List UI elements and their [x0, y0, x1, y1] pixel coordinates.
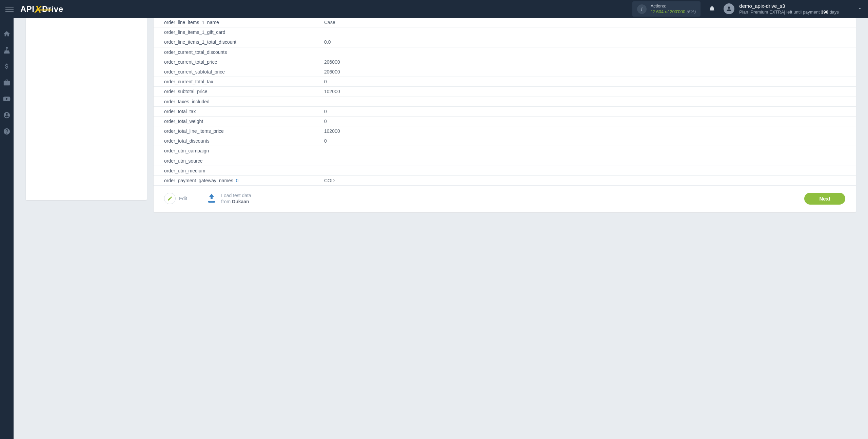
- table-row: order_payment_gateway_names_0COD: [154, 176, 856, 186]
- actions-label: Actions:: [651, 3, 696, 9]
- table-row: order_taxes_included: [154, 97, 856, 106]
- table-row: order_total_tax0: [154, 106, 856, 116]
- field-value: [324, 27, 856, 37]
- actions-counter[interactable]: i Actions: 12'604 of 200'000 (6%): [632, 1, 701, 17]
- field-key: order_total_discounts: [154, 136, 324, 146]
- logo-underline: [36, 9, 52, 11]
- table-row: order_subtotal_price102000: [154, 87, 856, 97]
- table-row: order_current_total_discounts: [154, 47, 856, 57]
- user-menu[interactable]: demo_apix-drive_s3 Plan |Premium EXTRA| …: [724, 3, 863, 15]
- field-key: order_utm_source: [154, 156, 324, 166]
- edit-label: Edit: [179, 196, 187, 201]
- table-row: order_current_subtotal_price206000: [154, 67, 856, 77]
- field-key-suffix: 0: [236, 178, 239, 183]
- actions-used: 12'604: [651, 9, 664, 14]
- dollar-icon[interactable]: [3, 63, 11, 70]
- field-value: 0: [324, 106, 856, 116]
- field-value: [324, 97, 856, 106]
- load-test-data-button[interactable]: Load test data from Dukaan: [206, 192, 251, 205]
- field-value: 206000: [324, 57, 856, 67]
- table-row: order_current_total_tax0: [154, 77, 856, 87]
- svg-rect-0: [6, 47, 7, 48]
- briefcase-icon[interactable]: [3, 79, 11, 86]
- field-key: order_current_total_discounts: [154, 47, 324, 57]
- load-text: Load test data from Dukaan: [221, 192, 251, 205]
- user-plan: Plan |Premium EXTRA| left until payment …: [739, 9, 839, 15]
- field-value: [324, 166, 856, 175]
- table-row: order_line_items_1_gift_card: [154, 27, 856, 37]
- actions-of: of: [665, 9, 669, 14]
- field-key: order_line_items_1_name: [154, 18, 324, 27]
- user-text: demo_apix-drive_s3 Plan |Premium EXTRA| …: [739, 3, 839, 15]
- field-value: Case: [324, 18, 856, 27]
- info-icon: i: [637, 4, 647, 14]
- card-footer: Edit Load test data from Dukaan Next: [154, 186, 856, 205]
- left-panel: [26, 18, 147, 200]
- field-key: order_total_tax: [154, 106, 324, 116]
- field-key: order_current_total_tax: [154, 77, 324, 87]
- logo[interactable]: API X Drive: [20, 3, 63, 15]
- field-value: [324, 47, 856, 57]
- hamburger-menu-icon[interactable]: [5, 5, 14, 13]
- table-row: order_line_items_1_nameCase: [154, 18, 856, 27]
- field-value: 0: [324, 116, 856, 126]
- bell-icon[interactable]: [709, 5, 715, 13]
- logo-x: X: [35, 3, 42, 15]
- svg-rect-1: [4, 52, 6, 54]
- svg-rect-3: [8, 52, 9, 54]
- field-key: order_line_items_1_gift_card: [154, 27, 324, 37]
- pencil-icon: [164, 193, 176, 204]
- actions-text: Actions: 12'604 of 200'000 (6%): [651, 3, 696, 15]
- chevron-down-icon: [857, 6, 863, 12]
- avatar-icon: [724, 3, 734, 14]
- field-value: 102000: [324, 126, 856, 136]
- field-value: [324, 146, 856, 156]
- field-key: order_utm_campaign: [154, 146, 324, 156]
- user-name: demo_apix-drive_s3: [739, 3, 839, 9]
- field-value: [324, 156, 856, 166]
- actions-pct: (6%): [687, 9, 696, 14]
- app-header: API X Drive i Actions: 12'604 of 200'000…: [0, 0, 868, 18]
- field-key: order_total_line_items_price: [154, 126, 324, 136]
- table-row: order_line_items_1_total_discount0.0: [154, 37, 856, 47]
- field-key: order_total_weight: [154, 116, 324, 126]
- field-key: order_current_subtotal_price: [154, 67, 324, 77]
- edit-button[interactable]: Edit: [164, 193, 187, 204]
- field-key: order_line_items_1_total_discount: [154, 37, 324, 47]
- load-line1: Load test data: [221, 192, 251, 198]
- table-row: order_utm_medium: [154, 166, 856, 175]
- field-key: order_subtotal_price: [154, 87, 324, 97]
- user-icon[interactable]: [3, 111, 11, 119]
- home-icon[interactable]: [3, 30, 11, 38]
- field-value: 206000: [324, 67, 856, 77]
- svg-rect-2: [6, 52, 7, 54]
- table-row: order_utm_campaign: [154, 146, 856, 156]
- main-content: order_line_items_1_nameCaseorder_line_it…: [14, 18, 868, 439]
- actions-total: 200'000: [670, 9, 685, 14]
- youtube-icon[interactable]: [3, 95, 11, 103]
- table-row: order_total_discounts0: [154, 136, 856, 146]
- sidebar: [0, 18, 14, 439]
- table-row: order_total_line_items_price102000: [154, 126, 856, 136]
- field-value: COD: [324, 176, 856, 186]
- data-table: order_line_items_1_nameCaseorder_line_it…: [154, 18, 856, 186]
- field-value: 0.0: [324, 37, 856, 47]
- field-key: order_taxes_included: [154, 97, 324, 106]
- field-value: 102000: [324, 87, 856, 97]
- field-key: order_utm_medium: [154, 166, 324, 175]
- table-row: order_utm_source: [154, 156, 856, 166]
- field-value: 0: [324, 77, 856, 87]
- next-button[interactable]: Next: [804, 193, 845, 205]
- field-key: order_current_total_price: [154, 57, 324, 67]
- sitemap-icon[interactable]: [3, 46, 11, 54]
- right-panel: order_line_items_1_nameCaseorder_line_it…: [154, 18, 856, 212]
- table-row: order_total_weight0: [154, 116, 856, 126]
- field-value: 0: [324, 136, 856, 146]
- table-row: order_current_total_price206000: [154, 57, 856, 67]
- download-icon: [206, 193, 217, 205]
- logo-drive: Drive: [42, 4, 63, 14]
- logo-api: API: [20, 4, 35, 14]
- field-key: order_payment_gateway_names_0: [154, 176, 324, 186]
- help-icon[interactable]: [3, 128, 11, 135]
